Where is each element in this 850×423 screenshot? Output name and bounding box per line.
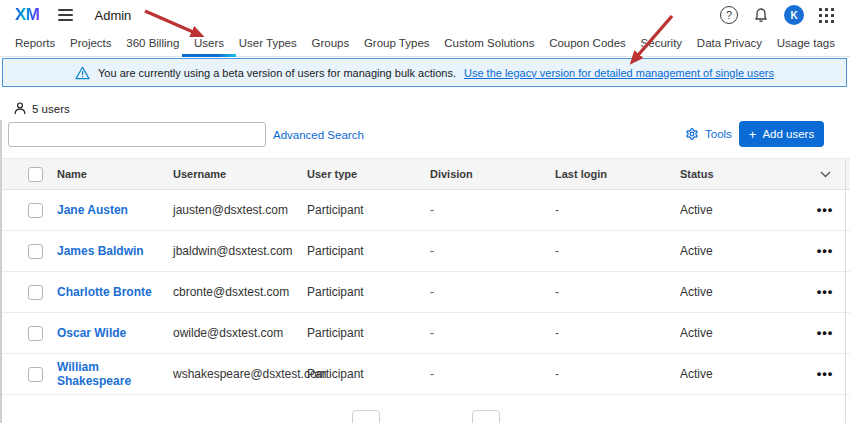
username-cell: owilde@dsxtest.com — [173, 326, 307, 340]
admin-nav-tabs: Reports Projects 360 Billing Users User … — [0, 30, 850, 57]
division-cell: - — [430, 367, 555, 381]
tab-security[interactable]: Security — [641, 30, 683, 56]
last-login-cell: - — [555, 285, 680, 299]
row-checkbox[interactable] — [28, 285, 43, 300]
plus-icon: + — [749, 128, 757, 141]
top-bar: XM Admin ? K — [0, 0, 850, 30]
row-menu-icon[interactable]: ••• — [817, 207, 834, 212]
col-name[interactable]: Name — [57, 168, 173, 180]
row-menu-icon[interactable]: ••• — [817, 330, 834, 335]
last-login-cell: - — [555, 244, 680, 258]
xm-logo: XM — [15, 5, 40, 25]
tab-data-privacy[interactable]: Data Privacy — [697, 30, 762, 56]
right-edge-divider — [845, 160, 846, 423]
table-row: Oscar Wilde owilde@dsxtest.com Participa… — [0, 313, 850, 354]
username-cell: jbaldwin@dsxtest.com — [173, 244, 307, 258]
row-checkbox[interactable] — [28, 203, 43, 218]
user-type-cell: Participant — [307, 203, 430, 217]
add-users-button[interactable]: + Add users — [739, 121, 824, 147]
status-cell: Active — [680, 244, 800, 258]
user-type-cell: Participant — [307, 285, 430, 299]
last-login-cell: - — [555, 367, 680, 381]
tab-group-types[interactable]: Group Types — [364, 30, 430, 56]
user-name-link[interactable]: James Baldwin — [57, 244, 173, 258]
apps-grid-icon[interactable] — [819, 8, 834, 23]
help-icon[interactable]: ? — [720, 6, 738, 24]
user-type-cell: Participant — [307, 244, 430, 258]
status-cell: Active — [680, 203, 800, 217]
last-login-cell: - — [555, 326, 680, 340]
username-cell: wshakespeare@dsxtest.com — [173, 367, 307, 381]
tab-coupon-codes[interactable]: Coupon Codes — [549, 30, 626, 56]
col-user-type[interactable]: User type — [307, 168, 430, 180]
tab-360-billing[interactable]: 360 Billing — [126, 30, 179, 56]
status-cell: Active — [680, 326, 800, 340]
col-status[interactable]: Status — [680, 168, 800, 180]
username-cell: jausten@dsxtest.com — [173, 203, 307, 217]
division-cell: - — [430, 285, 555, 299]
tab-projects[interactable]: Projects — [70, 30, 112, 56]
add-users-label: Add users — [762, 128, 814, 140]
user-name-link[interactable]: Oscar Wilde — [57, 326, 173, 340]
row-checkbox[interactable] — [28, 367, 43, 382]
row-menu-icon[interactable]: ••• — [817, 248, 834, 253]
bell-icon[interactable] — [753, 7, 769, 24]
pagination-next-button[interactable] — [472, 410, 500, 423]
status-cell: Active — [680, 285, 800, 299]
tab-user-types[interactable]: User Types — [239, 30, 297, 56]
table-row: Jane Austen jausten@dsxtest.com Particip… — [0, 190, 850, 231]
tools-label: Tools — [705, 128, 732, 140]
page-title: Admin — [95, 8, 132, 23]
tools-button[interactable]: Tools — [685, 127, 732, 141]
user-type-cell: Participant — [307, 326, 430, 340]
status-cell: Active — [680, 367, 800, 381]
division-cell: - — [430, 244, 555, 258]
chevron-down-icon[interactable] — [800, 171, 850, 178]
col-division[interactable]: Division — [430, 168, 555, 180]
person-icon — [14, 102, 26, 115]
col-last-login[interactable]: Last login — [555, 168, 680, 180]
row-checkbox[interactable] — [28, 244, 43, 259]
search-input[interactable] — [8, 122, 266, 147]
last-login-cell: - — [555, 203, 680, 217]
division-cell: - — [430, 326, 555, 340]
username-cell: cbronte@dsxtest.com — [173, 285, 307, 299]
advanced-search-link[interactable]: Advanced Search — [273, 129, 364, 141]
user-name-link[interactable]: Jane Austen — [57, 203, 173, 217]
division-cell: - — [430, 203, 555, 217]
banner-message: You are currently using a beta version o… — [98, 67, 456, 79]
gear-icon — [685, 127, 699, 141]
col-username[interactable]: Username — [173, 168, 307, 180]
user-type-cell: Participant — [307, 367, 430, 381]
table-row: James Baldwin jbaldwin@dsxtest.com Parti… — [0, 231, 850, 272]
tab-usage-tags[interactable]: Usage tags — [777, 30, 835, 56]
tab-users[interactable]: Users — [194, 30, 224, 56]
beta-info-banner: You are currently using a beta version o… — [2, 58, 847, 87]
user-count: 5 users — [14, 102, 70, 115]
avatar[interactable]: K — [784, 5, 804, 25]
user-name-link[interactable]: William Shakespeare — [57, 360, 173, 388]
user-count-label: 5 users — [32, 103, 70, 115]
row-menu-icon[interactable]: ••• — [817, 371, 834, 376]
table-row: Charlotte Bronte cbronte@dsxtest.com Par… — [0, 272, 850, 313]
tab-reports[interactable]: Reports — [15, 30, 55, 56]
select-all-checkbox[interactable] — [28, 167, 43, 182]
table-row: William Shakespeare wshakespeare@dsxtest… — [0, 354, 850, 395]
row-checkbox[interactable] — [28, 326, 43, 341]
tab-groups[interactable]: Groups — [311, 30, 349, 56]
pagination-prev-button[interactable] — [352, 410, 380, 423]
warning-icon — [75, 66, 90, 80]
legacy-version-link[interactable]: Use the legacy version for detailed mana… — [464, 67, 774, 79]
menu-icon[interactable] — [58, 9, 73, 21]
users-table: Name Username User type Division Last lo… — [0, 158, 850, 395]
row-menu-icon[interactable]: ••• — [817, 289, 834, 294]
tab-custom-solutions[interactable]: Custom Solutions — [444, 30, 534, 56]
user-name-link[interactable]: Charlotte Bronte — [57, 285, 173, 299]
left-edge-divider — [0, 120, 2, 423]
table-header-row: Name Username User type Division Last lo… — [0, 158, 850, 190]
